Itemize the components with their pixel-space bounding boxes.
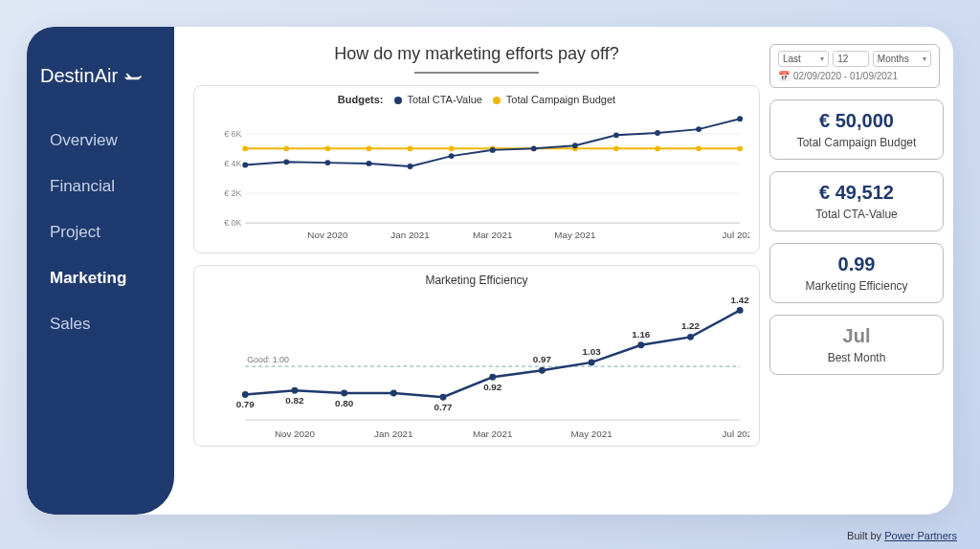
unit-label: Months (878, 54, 909, 64)
kpi-value: € 49,512 (776, 182, 937, 204)
nav-item-financial[interactable]: Financial (50, 177, 174, 196)
svg-text:Good: 1.00: Good: 1.00 (247, 355, 289, 364)
svg-point-37 (655, 130, 660, 136)
svg-point-52 (341, 390, 347, 397)
svg-point-15 (283, 145, 289, 151)
svg-text:May 2021: May 2021 (554, 230, 595, 240)
svg-point-55 (440, 394, 447, 401)
svg-point-33 (490, 147, 496, 153)
svg-point-30 (367, 161, 372, 166)
svg-point-54 (390, 390, 397, 397)
svg-text:Jul 2021: Jul 2021 (723, 428, 749, 439)
svg-point-50 (291, 387, 298, 394)
unit-dropdown[interactable]: Months ▾ (873, 51, 931, 67)
svg-point-65 (687, 334, 694, 340)
svg-point-36 (613, 132, 619, 138)
nav-item-project[interactable]: Project (50, 223, 174, 242)
title-wrap: How do my marketing efforts pay off? (193, 44, 760, 74)
svg-point-27 (242, 163, 248, 168)
preset-dropdown[interactable]: Last ▾ (778, 51, 829, 67)
svg-text:0.97: 0.97 (533, 354, 552, 364)
svg-point-48 (242, 391, 249, 398)
svg-point-59 (539, 367, 546, 374)
kpi-label: Total Campaign Budget (776, 136, 937, 149)
svg-text:1.22: 1.22 (681, 320, 701, 331)
budgets-legend: Budgets: Total CTA-Value Total Campaign … (204, 94, 749, 105)
page-header: How do my marketing efforts pay off? (193, 44, 760, 74)
footer-prefix: Built by (847, 530, 884, 541)
svg-text:May 2021: May 2021 (571, 428, 612, 439)
kpi-label: Marketing Efficiency (776, 279, 937, 293)
legend-dot-budget-icon (493, 97, 501, 104)
kpi-value: € 50,000 (776, 110, 937, 132)
footer-link[interactable]: Power Partners (884, 530, 957, 541)
efficiency-chart: Good: 1.00Nov 2020Jan 2021Mar 2021May 20… (204, 289, 749, 442)
svg-text:€ 4K: € 4K (224, 159, 241, 168)
svg-point-28 (283, 159, 289, 165)
svg-point-25 (696, 145, 702, 151)
svg-text:Mar 2021: Mar 2021 (473, 428, 512, 439)
svg-point-29 (324, 160, 330, 165)
svg-point-14 (242, 145, 248, 151)
svg-text:1.42: 1.42 (731, 295, 749, 305)
svg-text:1.16: 1.16 (632, 329, 651, 340)
svg-point-38 (696, 126, 702, 132)
nav-item-marketing[interactable]: Marketing (50, 269, 174, 288)
svg-text:€ 6K: € 6K (224, 129, 241, 139)
kpi-label: Best Month (776, 351, 937, 364)
legend-budget: Total Campaign Budget (506, 94, 615, 105)
svg-text:€ 2K: € 2K (224, 188, 241, 198)
svg-point-23 (613, 145, 619, 151)
count-dropdown[interactable]: 12 (833, 51, 869, 67)
date-range-display: 📅 02/09/2020 - 01/09/2021 (778, 71, 931, 81)
svg-point-24 (655, 145, 660, 151)
kpi-value: Jul (776, 325, 937, 347)
svg-text:0.92: 0.92 (483, 382, 502, 392)
efficiency-chart-title: Marketing Efficiency (204, 274, 749, 287)
app-root: DestinAir Overview Financial Project Mar… (27, 27, 953, 515)
svg-point-18 (408, 145, 413, 151)
legend-cta: Total CTA-Value (407, 94, 481, 105)
page-title: How do my marketing efforts pay off? (193, 44, 760, 64)
svg-point-35 (572, 143, 578, 148)
svg-text:Jan 2021: Jan 2021 (390, 230, 429, 240)
date-range-text: 02/09/2020 - 01/09/2021 (793, 71, 898, 81)
kpi-total-budget: € 50,000 Total Campaign Budget (769, 99, 944, 160)
budgets-chart-card: Budgets: Total CTA-Value Total Campaign … (193, 85, 760, 253)
count-label: 12 (837, 54, 848, 64)
svg-point-31 (408, 164, 413, 169)
kpi-best-month: Jul Best Month (769, 315, 944, 375)
svg-text:0.79: 0.79 (236, 399, 256, 409)
svg-text:Jan 2021: Jan 2021 (374, 428, 412, 439)
brand: DestinAir (27, 55, 174, 116)
kpi-total-cta: € 49,512 Total CTA-Value (769, 171, 944, 231)
budgets-chart: € 0K€ 2K€ 4K€ 6KNov 2020Jan 2021Mar 2021… (204, 109, 749, 243)
svg-point-39 (737, 116, 743, 121)
svg-text:1.03: 1.03 (583, 346, 602, 357)
legend-dot-cta-icon (394, 97, 402, 104)
svg-text:0.82: 0.82 (285, 395, 304, 406)
svg-point-19 (449, 145, 455, 151)
svg-point-34 (531, 145, 537, 151)
svg-text:0.80: 0.80 (335, 398, 354, 408)
title-underline (414, 72, 539, 74)
nav-item-sales[interactable]: Sales (50, 315, 174, 334)
efficiency-chart-card: Marketing Efficiency Good: 1.00Nov 2020J… (193, 265, 760, 447)
chevron-down-icon: ▾ (820, 55, 824, 63)
svg-point-63 (637, 341, 644, 348)
kpi-label: Total CTA-Value (776, 208, 937, 221)
kpi-efficiency: 0.99 Marketing Efficiency (769, 243, 944, 303)
calendar-icon: 📅 (778, 71, 790, 81)
svg-point-67 (737, 307, 744, 314)
preset-label: Last (783, 54, 801, 64)
svg-text:Nov 2020: Nov 2020 (275, 428, 316, 439)
svg-point-57 (489, 374, 496, 381)
kpi-column: Last ▾ 12 Months ▾ 📅 02/09/2020 - 01/09/… (769, 44, 944, 497)
nav-item-overview[interactable]: Overview (50, 131, 174, 150)
nav: Overview Financial Project Marketing Sal… (27, 116, 174, 334)
svg-text:Nov 2020: Nov 2020 (307, 230, 348, 240)
kpi-value: 0.99 (776, 253, 937, 275)
chevron-down-icon: ▾ (923, 55, 926, 63)
svg-point-17 (367, 145, 372, 151)
footer: Built by Power Partners (847, 530, 957, 541)
